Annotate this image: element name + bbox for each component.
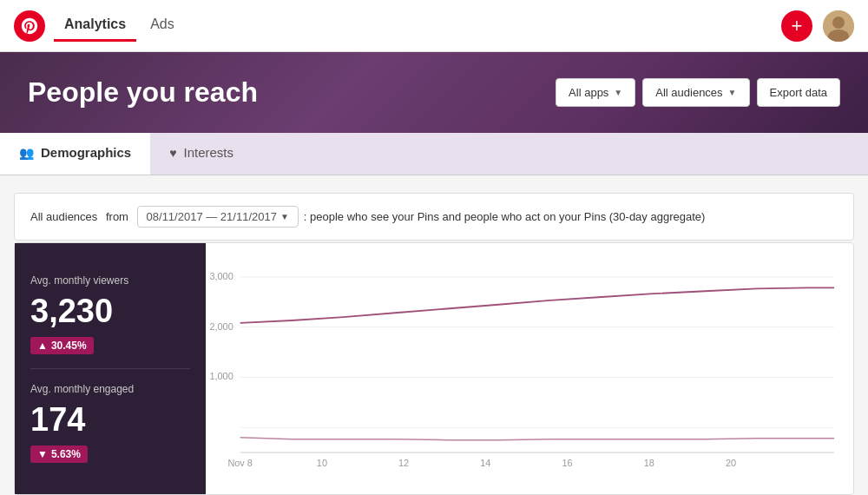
audience-prefix: All audiences — [30, 210, 97, 223]
stat-monthly-viewers: Avg. monthly viewers 3,230 ▲ 30.45% — [30, 261, 190, 369]
stat-engaged-value: 174 — [30, 402, 190, 439]
audience-row: All audiences from 08/11/2017 — 21/11/20… — [14, 193, 854, 241]
demographics-icon: 👥 — [19, 146, 34, 160]
interests-icon: ♥ — [169, 146, 176, 160]
svg-text:Nov 8: Nov 8 — [227, 459, 253, 469]
stats-panel: Avg. monthly viewers 3,230 ▲ 30.45% Avg.… — [15, 243, 206, 494]
stat-viewers-label: Avg. monthly viewers — [30, 274, 190, 287]
svg-text:20: 20 — [726, 459, 736, 469]
export-data-button[interactable]: Export data — [757, 78, 841, 107]
chevron-down-icon: ▼ — [728, 88, 737, 97]
stat-monthly-engaged: Avg. monthly engaged 174 ▼ 5.63% — [30, 369, 190, 477]
date-range-value: 08/11/2017 — 21/11/2017 — [147, 210, 277, 223]
all-audiences-button[interactable]: All audiences ▼ — [642, 78, 749, 107]
stat-engaged-label: Avg. monthly engaged — [30, 383, 190, 395]
chart-area: 3,000 2,000 1,000 Nov 8 10 12 14 16 18 2… — [206, 243, 853, 494]
down-arrow-icon: ▼ — [37, 448, 48, 460]
svg-text:1,000: 1,000 — [209, 371, 233, 381]
from-label: from — [102, 210, 131, 223]
svg-text:10: 10 — [317, 459, 327, 469]
chevron-down-icon: ▼ — [614, 88, 622, 97]
svg-text:14: 14 — [480, 459, 490, 469]
main-content: All audiences from 08/11/2017 — 21/11/20… — [0, 175, 868, 495]
svg-text:12: 12 — [398, 459, 409, 469]
audience-suffix: : people who see your Pins and people wh… — [304, 210, 706, 223]
pinterest-logo[interactable] — [14, 10, 45, 42]
tab-demographics[interactable]: 👥 Demographics — [0, 133, 150, 175]
tab-interests[interactable]: ♥ Interests — [150, 133, 253, 175]
up-arrow-icon: ▲ — [37, 340, 48, 352]
svg-text:18: 18 — [644, 459, 654, 469]
tabs-bar: 👥 Demographics ♥ Interests — [0, 133, 868, 175]
nav-analytics[interactable]: Analytics — [54, 10, 136, 42]
add-button[interactable]: + — [781, 10, 812, 42]
nav-links: Analytics Ads — [54, 10, 781, 42]
avatar[interactable] — [823, 10, 854, 42]
all-apps-button[interactable]: All apps ▼ — [556, 78, 635, 107]
svg-text:2,000: 2,000 — [209, 321, 233, 332]
page-title: People you reach — [28, 76, 258, 109]
svg-text:16: 16 — [562, 459, 573, 469]
hero-banner: People you reach All apps ▼ All audience… — [0, 52, 868, 133]
nav-ads[interactable]: Ads — [140, 10, 185, 42]
top-nav: Analytics Ads + — [0, 0, 868, 52]
svg-point-1 — [832, 16, 845, 29]
tab-demographics-label: Demographics — [41, 145, 131, 160]
hero-controls: All apps ▼ All audiences ▼ Export data — [556, 78, 840, 107]
chevron-down-icon: ▼ — [280, 212, 289, 221]
line-chart: 3,000 2,000 1,000 Nov 8 10 12 14 16 18 2… — [206, 252, 843, 478]
nav-right: + — [781, 10, 854, 42]
stats-chart-area: Avg. monthly viewers 3,230 ▲ 30.45% Avg.… — [14, 242, 854, 495]
tab-interests-label: Interests — [184, 145, 234, 160]
stat-engaged-badge: ▼ 5.63% — [30, 446, 88, 463]
stat-viewers-value: 3,230 — [30, 294, 190, 330]
svg-text:3,000: 3,000 — [209, 271, 233, 281]
stat-viewers-badge: ▲ 30.45% — [30, 337, 94, 354]
date-range-button[interactable]: 08/11/2017 — 21/11/2017 ▼ — [137, 206, 299, 228]
